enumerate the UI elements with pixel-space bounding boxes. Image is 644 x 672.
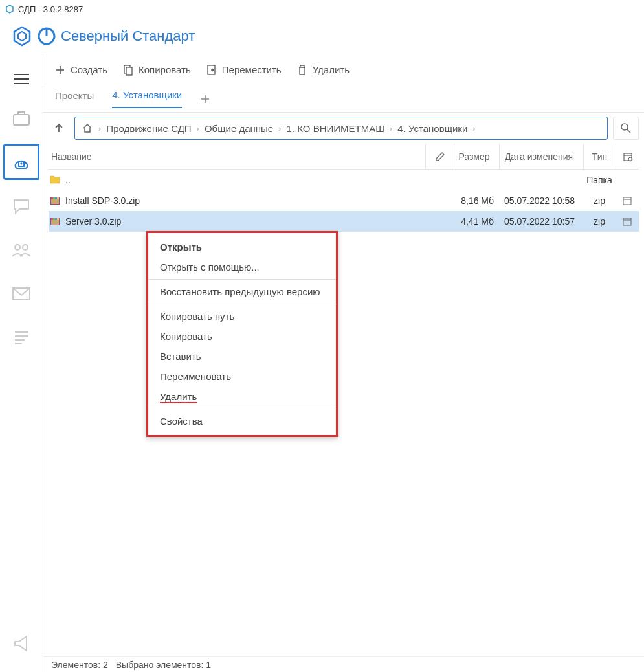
breadcrumb-row: › Продвижение СДП › Общие данные › 1. КО…: [43, 113, 644, 144]
crumb-0[interactable]: Продвижение СДП: [106, 123, 191, 134]
home-icon[interactable]: [82, 122, 93, 134]
breadcrumb-separator: ›: [472, 124, 475, 133]
copy-button[interactable]: Копировать: [123, 64, 191, 76]
pencil-icon: [435, 151, 445, 162]
context-menu: Открыть Открыть с помощью... Восстановит…: [146, 231, 338, 437]
status-bar: Элементов: 2 Выбрано элементов: 1: [43, 656, 644, 672]
file-type: zip: [583, 216, 616, 227]
sidebar-item-announce[interactable]: [3, 625, 39, 662]
svg-rect-31: [55, 197, 57, 199]
menu-separator: [148, 409, 336, 409]
parent-folder-row[interactable]: .. Папка: [49, 170, 639, 190]
archive-icon: [50, 196, 60, 206]
menu-open-with[interactable]: Открыть с помощью...: [148, 257, 336, 277]
folder-icon: [50, 175, 60, 185]
svg-rect-42: [623, 218, 631, 225]
search-button[interactable]: [613, 117, 639, 140]
toolbar: Создать Копировать Переместить Удалить: [43, 54, 644, 85]
menu-delete[interactable]: Удалить: [148, 386, 336, 407]
archive-icon: [50, 216, 60, 227]
menu-restore[interactable]: Восстановить предыдущую версию: [148, 282, 336, 302]
crumb-3[interactable]: 4. Установщики: [397, 123, 467, 134]
menu-paste[interactable]: Вставить: [148, 346, 336, 366]
content-area: Создать Копировать Переместить Удалить П…: [43, 54, 644, 672]
parent-folder-type: Папка: [583, 175, 616, 185]
hamburger-button[interactable]: [3, 66, 39, 92]
file-row[interactable]: Install SDP-3.0.zip 8,16 Мб 05.07.2022 1…: [49, 190, 639, 211]
menu-separator: [148, 279, 336, 280]
menu-properties[interactable]: Свойства: [148, 411, 336, 431]
svg-rect-19: [126, 67, 132, 75]
svg-rect-34: [623, 197, 631, 205]
col-header-date[interactable]: Дата изменения: [499, 144, 583, 169]
brand-name: Северный Стандарт: [61, 28, 195, 45]
create-label: Создать: [71, 64, 107, 75]
breadcrumb-separator: ›: [197, 124, 199, 133]
svg-rect-40: [57, 218, 59, 220]
crumb-2[interactable]: 1. КО ВНИИМЕТМАШ: [287, 123, 384, 134]
delete-button[interactable]: Удалить: [297, 64, 350, 76]
parent-folder-name: ..: [65, 175, 71, 185]
sidebar-item-notes[interactable]: [3, 320, 39, 356]
menu-copy-path[interactable]: Копировать путь: [148, 306, 336, 326]
move-button[interactable]: Переместить: [206, 64, 282, 76]
svg-rect-41: [51, 220, 59, 225]
menu-rename[interactable]: Переименовать: [148, 366, 336, 386]
tab-projects[interactable]: Проекты: [55, 90, 94, 107]
menu-open[interactable]: Открыть: [148, 237, 336, 257]
svg-rect-25: [624, 153, 632, 161]
file-list: Название Размер Дата изменения Тип ..: [43, 144, 644, 656]
app-icon: [5, 5, 14, 14]
sidebar-item-chat[interactable]: [3, 188, 39, 224]
trash-icon: [297, 64, 307, 76]
titlebar: СДП - 3.0.2.8287: [0, 0, 644, 18]
svg-point-9: [15, 245, 20, 250]
svg-line-24: [627, 129, 630, 133]
svg-rect-33: [51, 199, 59, 204]
file-date: 05.07.2022 10:58: [499, 196, 583, 206]
search-icon: [620, 122, 632, 134]
svg-marker-0: [6, 5, 13, 13]
svg-point-8: [21, 163, 22, 164]
breadcrumb-separator: ›: [278, 124, 281, 133]
move-icon: [206, 64, 217, 76]
file-size: 4,41 Мб: [454, 216, 499, 227]
col-header-calendar[interactable]: [616, 144, 639, 169]
status-selected: Выбрано элементов: 1: [116, 660, 211, 670]
file-type: zip: [583, 196, 616, 206]
sidebar-item-storage[interactable]: [3, 144, 39, 180]
svg-rect-37: [51, 218, 53, 220]
file-date: 05.07.2022 10:57: [499, 216, 583, 227]
tabs: Проекты 4. Установщики: [43, 85, 644, 113]
power-icon[interactable]: [36, 26, 57, 47]
crumb-1[interactable]: Общие данные: [205, 123, 273, 134]
file-size: 8,16 Мб: [454, 196, 499, 206]
copy-label: Копировать: [139, 64, 191, 75]
menu-copy[interactable]: Копировать: [148, 326, 336, 346]
sidebar: [0, 54, 43, 672]
col-header-name[interactable]: Название: [49, 151, 425, 162]
up-button[interactable]: [49, 118, 69, 139]
svg-rect-29: [51, 197, 53, 199]
window-title: СДП - 3.0.2.8287: [18, 5, 83, 14]
col-header-size[interactable]: Размер: [454, 144, 499, 169]
col-header-edit[interactable]: [425, 144, 454, 169]
sidebar-item-mail[interactable]: [3, 276, 39, 312]
svg-rect-39: [55, 218, 57, 220]
logo-icon: [10, 25, 34, 48]
svg-rect-30: [53, 197, 55, 199]
create-button[interactable]: Создать: [55, 64, 107, 75]
breadcrumb-separator: ›: [98, 124, 101, 133]
list-header: Название Размер Дата изменения Тип: [49, 144, 639, 170]
file-name: Install SDP-3.0.zip: [65, 196, 140, 206]
tab-add-button[interactable]: [200, 94, 210, 104]
plus-icon: [200, 94, 210, 104]
sidebar-item-users[interactable]: [3, 232, 39, 268]
move-label: Переместить: [222, 64, 282, 75]
col-header-type[interactable]: Тип: [583, 144, 616, 169]
breadcrumb: › Продвижение СДП › Общие данные › 1. КО…: [74, 117, 608, 140]
file-row[interactable]: Server 3.0.zip 4,41 Мб 05.07.2022 10:57 …: [49, 211, 639, 232]
sidebar-item-projects[interactable]: [3, 100, 39, 136]
copy-icon: [123, 64, 133, 76]
tab-installers[interactable]: 4. Установщики: [112, 89, 182, 108]
